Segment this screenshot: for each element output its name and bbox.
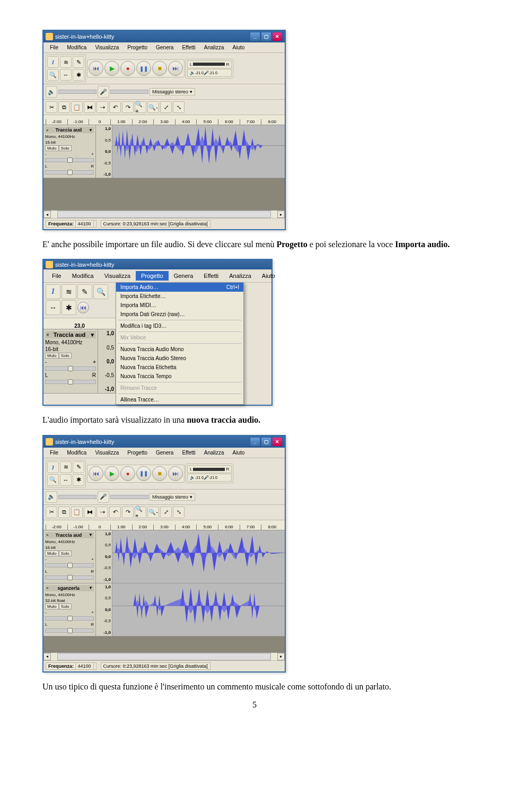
menu-visualizza[interactable]: Visualizza: [91, 43, 123, 51]
minimize-button[interactable]: _: [250, 437, 260, 447]
menu-importa-raw[interactable]: Importa Dati Grezzi (raw)…: [116, 310, 243, 319]
menu-modifica[interactable]: Modifica: [63, 449, 91, 457]
fit-proj-button[interactable]: ⤡: [173, 507, 185, 518]
waveform-1[interactable]: [112, 125, 285, 178]
input-vol-slider[interactable]: [110, 90, 148, 94]
play-button[interactable]: ▶: [104, 466, 119, 481]
timeline-ruler[interactable]: 23,0: [43, 318, 116, 329]
menu-nt-stereo[interactable]: Nuova Traccia Audio Stereo: [116, 354, 243, 363]
menu-importa-audio[interactable]: Importa Audio…Ctrl+I: [116, 283, 243, 292]
multi-tool[interactable]: ✱: [62, 300, 76, 315]
pan-slider[interactable]: [45, 380, 96, 384]
menu-file[interactable]: File: [46, 43, 63, 51]
mute-button[interactable]: Muto: [45, 353, 59, 359]
input-vol-icon[interactable]: 🎤: [98, 491, 109, 503]
menu-importa-etichette[interactable]: Importa Etichette…: [116, 292, 243, 301]
menu-file[interactable]: File: [46, 449, 63, 457]
trim-button[interactable]: ⧓: [84, 101, 95, 113]
menu-importa-midi[interactable]: Importa MIDI…: [116, 301, 243, 310]
undo-button[interactable]: ↶: [109, 101, 121, 113]
zoom-tool[interactable]: 🔍: [93, 284, 108, 299]
play-button[interactable]: ▶: [104, 61, 119, 76]
menu-aiuto[interactable]: Aiuto: [257, 271, 280, 281]
cut-button[interactable]: ✂: [46, 507, 57, 518]
timeline-ruler[interactable]: -2:00-1:0001:002:003:004:005:006:007:008…: [43, 115, 285, 125]
envelope-tool[interactable]: ≋: [60, 56, 72, 68]
h-scrollbar[interactable]: ◂▸: [43, 652, 285, 660]
track-close-button[interactable]: ×: [46, 532, 49, 537]
draw-tool[interactable]: ✎: [77, 284, 92, 299]
gain-slider[interactable]: [45, 366, 96, 371]
menu-progetto[interactable]: Progetto: [136, 271, 169, 281]
menu-effetti[interactable]: Effetti: [178, 43, 199, 51]
copy-button[interactable]: ⧉: [58, 101, 70, 113]
pause-button[interactable]: ❚❚: [136, 61, 151, 76]
multi-tool[interactable]: ✱: [73, 474, 84, 486]
skip-start-button[interactable]: ⏮: [89, 61, 103, 76]
solo-button[interactable]: Solo: [59, 145, 72, 151]
menu-effetti[interactable]: Effetti: [178, 449, 199, 457]
mute-button[interactable]: Muto: [45, 551, 59, 556]
zoom-in-button[interactable]: 🔍+: [135, 101, 146, 113]
pan-slider[interactable]: [45, 575, 94, 580]
selection-tool[interactable]: I: [47, 461, 59, 473]
envelope-tool[interactable]: ≋: [62, 284, 76, 299]
timeshift-tool[interactable]: ↔: [60, 474, 72, 486]
trim-button[interactable]: ⧓: [84, 507, 95, 518]
mute-button[interactable]: Muto: [45, 145, 59, 151]
timeshift-tool[interactable]: ↔: [46, 300, 60, 315]
maximize-button[interactable]: ▢: [261, 437, 271, 447]
menu-modifica[interactable]: Modifica: [63, 43, 91, 51]
silence-button[interactable]: ⇢: [96, 101, 108, 113]
menu-progetto[interactable]: Progetto: [123, 449, 152, 457]
zoom-out-button[interactable]: 🔍-: [147, 507, 159, 518]
skip-start-button[interactable]: ⏮: [89, 466, 103, 481]
draw-tool[interactable]: ✎: [73, 56, 84, 68]
zoom-out-button[interactable]: 🔍-: [147, 101, 159, 113]
output-vol-icon[interactable]: 🔈: [46, 491, 57, 503]
copy-button[interactable]: ⧉: [58, 507, 70, 518]
zoom-tool[interactable]: 🔍: [47, 474, 59, 486]
menu-visualizza[interactable]: Visualizza: [91, 449, 123, 457]
menu-mod-tag[interactable]: Modifica i tag ID3…: [116, 321, 243, 330]
output-vol-slider[interactable]: [58, 495, 96, 499]
solo-button[interactable]: Solo: [59, 551, 72, 556]
menu-file[interactable]: File: [47, 271, 67, 281]
fit-sel-button[interactable]: ⤢: [160, 101, 172, 113]
minimize-button[interactable]: _: [250, 32, 260, 41]
gain-slider[interactable]: [45, 563, 94, 567]
waveform-1[interactable]: [112, 530, 285, 583]
pan-slider[interactable]: [45, 628, 94, 633]
mute-button[interactable]: Muto: [45, 604, 59, 609]
record-button[interactable]: ●: [120, 466, 135, 481]
menu-genera[interactable]: Genera: [152, 449, 178, 457]
output-vol-icon[interactable]: 🔈: [46, 86, 57, 98]
undo-button[interactable]: ↶: [109, 507, 121, 518]
track-close-button[interactable]: ×: [46, 586, 49, 590]
zoom-tool[interactable]: 🔍: [47, 69, 59, 81]
gain-slider[interactable]: [45, 616, 94, 621]
input-source-select[interactable]: Missaggio stereo ▾: [150, 88, 195, 95]
selection-tool[interactable]: I: [47, 56, 59, 68]
timeshift-tool[interactable]: ↔: [60, 69, 72, 81]
skip-end-button[interactable]: ⏭: [168, 466, 183, 481]
timeline-ruler[interactable]: -2:00-1:0001:002:003:004:005:006:007:008…: [43, 520, 285, 530]
track-menu-button[interactable]: ▼: [89, 128, 93, 133]
track-menu-button[interactable]: ▼: [89, 586, 93, 590]
menu-genera[interactable]: Genera: [152, 43, 178, 51]
record-button[interactable]: ●: [120, 61, 135, 76]
close-button[interactable]: ✕: [272, 437, 283, 447]
menu-aiuto[interactable]: Aiuto: [229, 449, 249, 457]
waveform-2[interactable]: [112, 583, 285, 636]
skip-end-button[interactable]: ⏭: [168, 61, 183, 76]
menu-modifica[interactable]: Modifica: [67, 271, 99, 281]
zoom-in-button[interactable]: 🔍+: [135, 507, 146, 518]
track-close-button[interactable]: ×: [46, 128, 49, 133]
pause-button[interactable]: ❚❚: [136, 466, 151, 481]
menu-visualizza[interactable]: Visualizza: [99, 271, 136, 281]
track-menu-button[interactable]: ▼: [90, 332, 95, 338]
skip-start-button[interactable]: ⏮: [77, 302, 89, 313]
stop-button[interactable]: ■: [152, 466, 167, 481]
stop-button[interactable]: ■: [152, 61, 167, 76]
menu-nt-etichetta[interactable]: Nuova Traccia Etichetta: [116, 363, 243, 372]
